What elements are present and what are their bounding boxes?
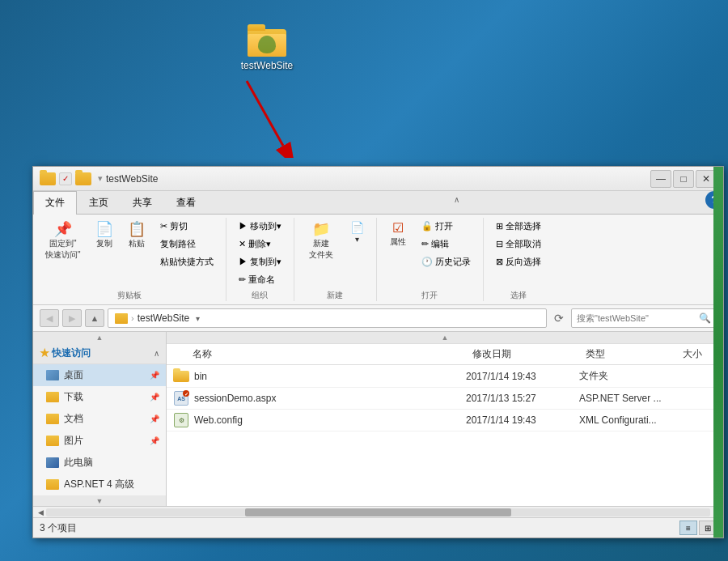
pin-label: 固定到"快速访问" xyxy=(45,238,81,261)
col-header-size[interactable]: 大小 xyxy=(676,347,717,361)
clipboard-label: 剪贴板 xyxy=(117,290,142,301)
rename-button[interactable]: ✏ 重命名 xyxy=(233,271,287,288)
horizontal-scrollbar[interactable]: ◀ ▶ xyxy=(33,506,723,517)
copy-label: 复制 xyxy=(96,238,112,249)
desktop-icon-label: testWebSite xyxy=(241,60,293,71)
clipboard-small-buttons: ✂ 剪切 复制路径 粘贴快捷方式 xyxy=(154,218,219,270)
sidebar-scroll-up: ▲ xyxy=(33,332,166,343)
cut-button[interactable]: ✂ 剪切 xyxy=(154,218,219,235)
file-row-bin[interactable]: bin 2017/1/14 19:43 文件夹 xyxy=(167,365,723,388)
col-header-type[interactable]: 类型 xyxy=(579,347,676,361)
refresh-button[interactable]: ⟳ xyxy=(550,309,568,327)
col-header-date[interactable]: 修改日期 xyxy=(466,347,579,361)
history-button[interactable]: 🕐 历史记录 xyxy=(416,253,476,270)
open-group-content: ☑ 属性 🔓 打开 ✏ 编辑 🕐 历史记录 xyxy=(383,218,476,288)
file-list: ▲ 名称 修改日期 类型 大小 bin 2017/1/14 19:43 文件夹 xyxy=(167,332,723,506)
sidebar-title: ★ 快速访问 xyxy=(40,346,91,360)
clipboard-group: 📌 固定到"快速访问" 📄 复制 📋 粘贴 xyxy=(40,218,226,301)
deselect-all-button[interactable]: ⊟ 全部取消 xyxy=(490,236,547,253)
new-item-label: ▾ xyxy=(355,235,359,244)
up-button[interactable]: ▲ xyxy=(85,309,104,327)
file-row-session[interactable]: AS sessionDemo.aspx 2017/1/13 15:27 ASP.… xyxy=(167,388,723,410)
file-list-scroll-up: ▲ xyxy=(167,332,723,344)
tab-view[interactable]: 查看 xyxy=(164,191,208,214)
new-item-button[interactable]: 📄 ▾ xyxy=(345,218,370,248)
sidebar-pin-downloads: 📌 xyxy=(150,393,159,402)
ribbon-content: 📌 固定到"快速访问" 📄 复制 📋 粘贴 xyxy=(33,215,723,304)
bin-folder-icon xyxy=(173,370,189,383)
copy-to-button[interactable]: ▶ 复制到▾ xyxy=(233,253,287,270)
status-count: 3 个项目 xyxy=(40,521,77,535)
open-button[interactable]: 🔓 打开 xyxy=(416,218,476,235)
xml-icon: ⚙ xyxy=(174,413,188,427)
col-header-name[interactable]: 名称 xyxy=(173,347,466,361)
sidebar: ▲ ★ 快速访问 ∧ 桌面 📌 下载 📌 xyxy=(33,332,167,506)
properties-label: 属性 xyxy=(390,236,406,248)
file-name-bin: bin xyxy=(194,371,466,382)
scrollbar-thumb[interactable] xyxy=(245,508,510,516)
forward-button[interactable]: ▶ xyxy=(62,309,82,327)
move-to-button[interactable]: ▶ 移动到▾ xyxy=(233,218,287,235)
paste-button[interactable]: 📋 粘贴 xyxy=(122,218,151,253)
sidebar-item-pictures[interactable]: 图片 📌 xyxy=(33,430,166,452)
session-file-icon: AS xyxy=(173,392,189,405)
new-label: 新建 xyxy=(327,290,343,301)
file-name-webconfig: Web.config xyxy=(194,414,466,426)
paste-shortcut-button[interactable]: 粘贴快捷方式 xyxy=(154,253,219,270)
file-row-webconfig[interactable]: ⚙ Web.config 2017/1/14 19:43 XML Configu… xyxy=(167,410,723,431)
details-view-button[interactable]: ≡ xyxy=(679,521,697,535)
pin-icon: 📌 xyxy=(54,222,72,236)
right-decoration xyxy=(713,332,723,506)
sidebar-item-documents-label: 文档 xyxy=(64,412,83,426)
sidebar-item-documents[interactable]: 文档 📌 xyxy=(33,408,166,430)
new-folder-icon: 📁 xyxy=(312,222,330,236)
open-label: 打开 xyxy=(421,290,438,301)
tab-home[interactable]: 主页 xyxy=(77,191,121,214)
scroll-left-button[interactable]: ◀ xyxy=(35,507,46,518)
sidebar-chevron[interactable]: ∧ xyxy=(154,349,159,358)
svg-line-1 xyxy=(247,81,283,146)
properties-button[interactable]: ☑ 属性 xyxy=(383,218,413,252)
ribbon-tabs: 文件 主页 共享 查看 ∧ ? xyxy=(33,191,723,215)
new-item-icon: 📄 xyxy=(350,222,364,233)
back-button[interactable]: ◀ xyxy=(40,309,59,327)
sidebar-scroll-down: ▼ xyxy=(33,495,166,506)
select-label: 选择 xyxy=(510,290,527,301)
edit-button[interactable]: ✏ 编辑 xyxy=(416,236,476,253)
maximize-button[interactable]: □ xyxy=(673,170,694,188)
sidebar-item-aspnet[interactable]: ASP.NET 4 高级 xyxy=(33,474,166,495)
scroll-down-icon: ▼ xyxy=(96,497,104,505)
desktop-folder-icon[interactable]: testWebSite xyxy=(235,24,299,71)
desktop-icon-small xyxy=(46,370,59,380)
config-file-icon: ⚙ xyxy=(173,414,189,427)
new-folder-label: 新建文件夹 xyxy=(309,238,333,261)
select-group-content: ⊞ 全部选择 ⊟ 全部取消 ⊠ 反向选择 xyxy=(490,218,547,288)
sidebar-item-desktop[interactable]: 桌面 📌 xyxy=(33,364,166,386)
sidebar-item-downloads[interactable]: 下载 📌 xyxy=(33,386,166,408)
delete-button[interactable]: ✕ 删除▾ xyxy=(233,236,287,253)
pin-button[interactable]: 📌 固定到"快速访问" xyxy=(40,218,87,265)
ribbon-collapse-icon[interactable]: ∧ xyxy=(447,191,466,214)
file-type-webconfig: XML Configurati... xyxy=(579,414,676,426)
explorer-window: ✓ ▾ testWebSite — □ ✕ 文件 主页 共享 查看 ∧ ? xyxy=(32,166,724,538)
address-path[interactable]: › testWebSite ▾ xyxy=(108,308,547,328)
minimize-button[interactable]: — xyxy=(650,170,671,188)
new-folder-button[interactable]: 📁 新建文件夹 xyxy=(301,218,341,265)
sidebar-pin-documents: 📌 xyxy=(150,414,159,423)
select-all-button[interactable]: ⊞ 全部选择 xyxy=(490,218,547,235)
desktop: testWebSite ✓ ▾ testWebSite — □ xyxy=(0,0,728,561)
tab-file[interactable]: 文件 xyxy=(33,191,77,215)
search-box: 🔍 xyxy=(571,308,717,328)
search-input[interactable] xyxy=(577,313,699,323)
tab-share[interactable]: 共享 xyxy=(121,191,164,214)
downloads-icon xyxy=(46,392,59,402)
invert-select-button[interactable]: ⊠ 反向选择 xyxy=(490,253,547,270)
open-small-buttons: 🔓 打开 ✏ 编辑 🕐 历史记录 xyxy=(416,218,476,270)
sidebar-item-computer-label: 此电脑 xyxy=(64,456,93,470)
address-folder-icon xyxy=(115,313,128,324)
scroll-up-icon: ▲ xyxy=(96,334,104,342)
copy-button[interactable]: 📄 复制 xyxy=(90,218,119,253)
sidebar-item-computer[interactable]: 此电脑 xyxy=(33,452,166,474)
copy-path-button[interactable]: 复制路径 xyxy=(154,236,219,253)
address-dropdown-icon[interactable]: ▾ xyxy=(193,314,203,323)
